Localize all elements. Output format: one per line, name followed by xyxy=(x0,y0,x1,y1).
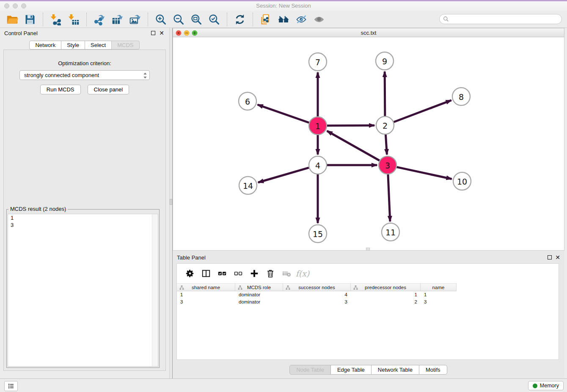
graph-node-4[interactable]: 4 xyxy=(309,156,327,174)
graph-node-9[interactable]: 9 xyxy=(376,52,394,70)
column-label: name xyxy=(432,285,445,290)
run-mcds-button[interactable]: Run MCDS xyxy=(40,85,81,94)
select-stepper-icon xyxy=(143,72,147,80)
cell-predecessor-nodes[interactable]: 1 xyxy=(351,291,421,298)
graph-edge-1-2[interactable] xyxy=(327,125,374,126)
tab-network[interactable]: Network xyxy=(29,41,61,50)
close-panel-button[interactable]: Close panel xyxy=(88,85,129,94)
delete-row-icon[interactable] xyxy=(262,265,278,282)
zoom-selected-icon[interactable] xyxy=(206,13,222,26)
cell-shared-name[interactable]: 3 xyxy=(177,298,235,306)
zoom-fit-icon[interactable] xyxy=(189,13,204,26)
table-row[interactable]: 3dominator323 xyxy=(177,298,559,306)
select-all-columns-icon[interactable] xyxy=(214,265,230,282)
minimize-window-icon[interactable] xyxy=(13,3,18,8)
graph-node-15[interactable]: 15 xyxy=(309,225,327,243)
graph-node-6[interactable]: 6 xyxy=(239,92,256,110)
control-panel: Control Panel ✕ NetworkStyleSelectMCDS O… xyxy=(0,28,169,378)
refresh-icon[interactable] xyxy=(232,13,248,26)
show-all-icon[interactable] xyxy=(311,13,327,26)
task-history-button[interactable] xyxy=(4,381,18,391)
graph-edge-2-8[interactable] xyxy=(394,100,451,122)
network-canvas[interactable]: 1234678910111415 xyxy=(173,37,564,251)
export-network-icon[interactable] xyxy=(92,13,107,26)
graph-node-3[interactable]: 3 xyxy=(379,156,396,174)
open-session-icon[interactable] xyxy=(5,13,20,26)
result-line: 1 xyxy=(8,214,158,221)
graph-edge-2-3[interactable] xyxy=(385,135,387,155)
canvas-grip[interactable] xyxy=(366,248,370,251)
splitter-grip[interactable] xyxy=(170,199,172,205)
gear-icon[interactable] xyxy=(182,265,198,282)
column-header-name[interactable]: name xyxy=(421,283,457,291)
column-header-shared-name[interactable]: shared name xyxy=(177,283,235,291)
result-scrollbar[interactable] xyxy=(152,214,158,366)
zoom-window-icon[interactable] xyxy=(21,3,26,8)
cell-name[interactable]: 3 xyxy=(421,298,457,306)
graph-edge-3-11[interactable] xyxy=(388,174,390,221)
home-icon[interactable] xyxy=(276,13,291,26)
cell-shared-name[interactable]: 1 xyxy=(177,291,235,298)
close-table-panel-icon[interactable]: ✕ xyxy=(555,254,560,260)
duplicate-network-icon[interactable] xyxy=(258,13,273,26)
tab-motifs[interactable]: Motifs xyxy=(419,365,447,375)
hide-selected-icon[interactable] xyxy=(294,13,309,26)
graph-edge-2-9[interactable] xyxy=(385,72,385,116)
zoom-in-icon[interactable] xyxy=(153,13,168,26)
graph-node-7[interactable]: 7 xyxy=(309,53,327,71)
cell-mcds-role[interactable]: dominator xyxy=(235,291,283,298)
graph-edge-3-1[interactable] xyxy=(327,131,380,160)
import-table-icon[interactable] xyxy=(66,13,81,26)
column-header-successor-nodes[interactable]: successor nodes xyxy=(283,283,351,291)
optimization-criterion-label: Optimization criterion: xyxy=(4,60,165,66)
network-window-traffic-lights[interactable] xyxy=(176,30,198,36)
graph-edge-3-10[interactable] xyxy=(397,167,452,179)
add-row-icon[interactable] xyxy=(246,265,262,282)
search-input[interactable] xyxy=(451,16,558,23)
optimization-criterion-select[interactable]: strongly connected component xyxy=(19,70,150,80)
export-image-icon[interactable] xyxy=(127,13,143,26)
window-traffic-lights[interactable] xyxy=(4,3,26,8)
network-window-titlebar[interactable]: scc.txt xyxy=(173,28,564,37)
cell-successor-nodes[interactable]: 4 xyxy=(283,291,351,298)
graph-edge-1-6[interactable] xyxy=(258,105,309,122)
tab-select[interactable]: Select xyxy=(85,41,112,50)
cell-name[interactable]: 1 xyxy=(421,291,457,298)
vertical-splitter[interactable] xyxy=(169,28,173,378)
graph-node-14[interactable]: 14 xyxy=(239,177,257,194)
tab-network-table[interactable]: Network Table xyxy=(371,365,419,375)
mcds-panel: Optimization criterion: strongly connect… xyxy=(3,50,166,371)
search-box[interactable] xyxy=(439,14,562,24)
import-network-icon[interactable] xyxy=(48,13,63,26)
cell-mcds-role[interactable]: dominator xyxy=(235,298,283,306)
float-panel-icon[interactable] xyxy=(151,31,155,35)
tab-node-table[interactable]: Node Table xyxy=(289,365,331,375)
save-session-icon[interactable] xyxy=(22,13,38,26)
tab-mcds[interactable]: MCDS xyxy=(111,41,139,50)
cell-predecessor-nodes[interactable]: 2 xyxy=(351,298,421,306)
zoom-out-icon[interactable] xyxy=(171,13,186,26)
table-row[interactable]: 1dominator411 xyxy=(177,291,559,298)
graph-edge-4-14[interactable] xyxy=(258,168,309,182)
column-header-mcds-role[interactable]: MCDS role xyxy=(235,283,283,291)
unselect-all-columns-icon[interactable] xyxy=(230,265,246,282)
close-panel-icon[interactable]: ✕ xyxy=(159,30,164,36)
float-table-panel-icon[interactable] xyxy=(548,255,552,259)
graph-node-11[interactable]: 11 xyxy=(382,223,399,241)
network-graph[interactable]: 1234678910111415 xyxy=(173,37,564,250)
graph-node-10[interactable]: 10 xyxy=(453,172,471,190)
close-window-icon[interactable] xyxy=(4,3,9,8)
mcds-result-list[interactable]: 13 xyxy=(8,214,158,367)
graph-node-8[interactable]: 8 xyxy=(452,88,470,105)
svg-text:6: 6 xyxy=(245,97,250,106)
split-columns-icon[interactable] xyxy=(198,265,214,282)
tab-style[interactable]: Style xyxy=(61,41,85,50)
cell-successor-nodes[interactable]: 3 xyxy=(283,298,351,306)
graph-node-2[interactable]: 2 xyxy=(376,116,394,134)
graph-node-1[interactable]: 1 xyxy=(309,117,327,135)
column-header-predecessor-nodes[interactable]: predecessor nodes xyxy=(351,283,421,291)
tree-icon xyxy=(286,285,290,291)
memory-button[interactable]: Memory xyxy=(528,381,564,390)
tab-edge-table[interactable]: Edge Table xyxy=(330,365,372,375)
export-table-icon[interactable] xyxy=(110,13,125,26)
